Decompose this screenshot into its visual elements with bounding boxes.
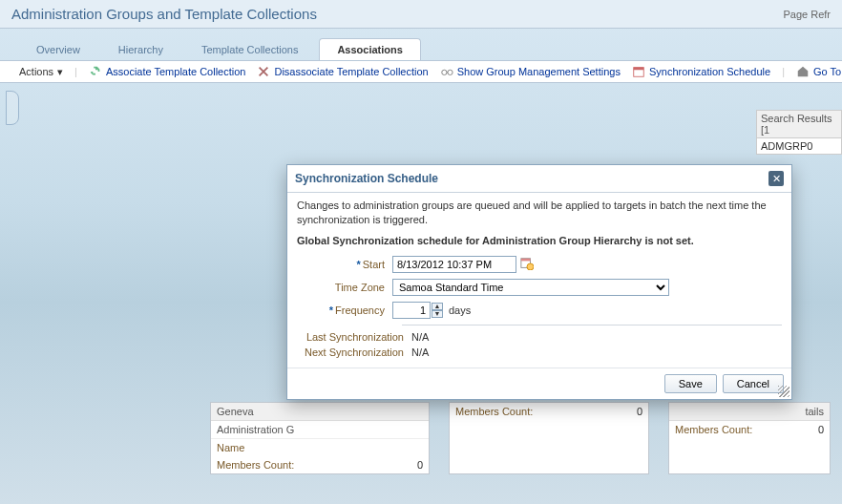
start-label: *Start (297, 259, 392, 270)
card-members-label: Members Count: (675, 424, 752, 435)
dialog-titlebar: Synchronization Schedule ✕ (287, 165, 791, 193)
link-icon (89, 65, 102, 78)
resize-grip-icon[interactable] (778, 386, 789, 397)
timezone-select[interactable]: Samoa Standard Time (392, 279, 669, 296)
group-card: Members Count: 0 (449, 402, 649, 474)
card-members-value: 0 (818, 424, 824, 435)
page-header: Administration Groups and Template Colle… (0, 0, 842, 29)
tab-template-collections[interactable]: Template Collections (184, 39, 316, 60)
collapse-handle[interactable] (6, 91, 19, 125)
frequency-unit: days (449, 304, 471, 316)
spin-down-icon[interactable]: ▼ (432, 310, 443, 318)
close-icon[interactable]: ✕ (768, 171, 784, 186)
card-name-label: Name (217, 442, 244, 453)
start-row: *Start (297, 256, 782, 273)
actions-menu[interactable]: Actions ▾ (19, 66, 63, 78)
sync-schedule-button[interactable]: Synchronization Schedule (632, 65, 770, 78)
dialog-body: Changes to administration groups are que… (287, 193, 791, 368)
card-members-label: Members Count: (217, 459, 294, 471)
tab-hierarchy[interactable]: Hierarchy (101, 39, 180, 60)
group-cards: Geneva Administration G Name Members Cou… (210, 402, 831, 474)
dialog-title: Synchronization Schedule (295, 172, 438, 185)
search-results-panel: Search Results [1 ADMGRP0 (756, 110, 842, 155)
svg-point-6 (527, 263, 534, 270)
svg-rect-3 (634, 68, 644, 71)
cancel-button[interactable]: Cancel (723, 374, 784, 393)
next-sync-row: Next Synchronization N/A (297, 346, 782, 358)
calendar-picker-icon[interactable] (520, 257, 534, 272)
sync-schedule-dialog: Synchronization Schedule ✕ Changes to ad… (286, 164, 792, 400)
dialog-description: Changes to administration groups are que… (297, 199, 782, 227)
last-sync-value: N/A (411, 331, 429, 343)
last-sync-label: Last Synchronization (297, 331, 411, 343)
frequency-spinner[interactable]: ▲ ▼ (432, 303, 443, 318)
toolbar: Actions ▾ | Associate Template Collectio… (0, 60, 842, 83)
timezone-row: Time Zone Samoa Standard Time (297, 279, 782, 296)
frequency-row: *Frequency ▲ ▼ days (297, 302, 782, 319)
spin-up-icon[interactable]: ▲ (432, 303, 443, 310)
dialog-status: Global Synchronization schedule for Admi… (297, 235, 782, 246)
frequency-input[interactable] (392, 302, 431, 319)
home-icon (796, 65, 810, 78)
start-input[interactable] (392, 256, 516, 273)
next-sync-label: Next Synchronization (297, 346, 411, 358)
associate-template-button[interactable]: Associate Template Collection (89, 65, 246, 78)
tab-overview[interactable]: Overview (19, 39, 97, 60)
tabbar: Overview Hierarchy Template Collections … (0, 29, 842, 60)
group-card: tails Members Count: 0 (668, 402, 831, 474)
dialog-footer: Save Cancel (287, 368, 791, 399)
card-members-label: Members Count: (455, 406, 533, 417)
last-sync-row: Last Synchronization N/A (297, 331, 782, 343)
timezone-label: Time Zone (297, 282, 392, 293)
page-title: Administration Groups and Template Colle… (11, 6, 317, 22)
page-refresh-link[interactable]: Page Refr (783, 9, 831, 20)
card-members-value: 0 (637, 406, 642, 417)
save-button[interactable]: Save (664, 374, 717, 393)
search-results-header: Search Results [1 (756, 110, 842, 138)
calendar-icon (632, 65, 645, 78)
tab-associations[interactable]: Associations (319, 38, 420, 60)
card-members-value: 0 (417, 459, 423, 471)
show-group-settings-button[interactable]: Show Group Management Settings (440, 65, 621, 78)
unlink-icon (257, 65, 270, 78)
card-title: Geneva (211, 403, 429, 421)
goto-button[interactable]: Go To G (796, 65, 842, 78)
disassociate-template-button[interactable]: Disassociate Template Collection (257, 65, 428, 78)
group-card: Geneva Administration G Name Members Cou… (210, 402, 430, 474)
card-details-tab: tails (669, 403, 830, 421)
search-result-item[interactable]: ADMGRP0 (756, 138, 842, 155)
frequency-label: *Frequency (297, 304, 392, 316)
card-subtitle: Administration G (211, 421, 429, 439)
chevron-down-icon: ▾ (57, 66, 63, 78)
divider (402, 325, 782, 326)
svg-point-1 (448, 70, 453, 74)
svg-point-0 (441, 70, 446, 74)
next-sync-value: N/A (411, 346, 429, 358)
glasses-icon (440, 65, 453, 78)
actions-menu-label: Actions (19, 66, 53, 77)
svg-rect-5 (521, 258, 531, 261)
